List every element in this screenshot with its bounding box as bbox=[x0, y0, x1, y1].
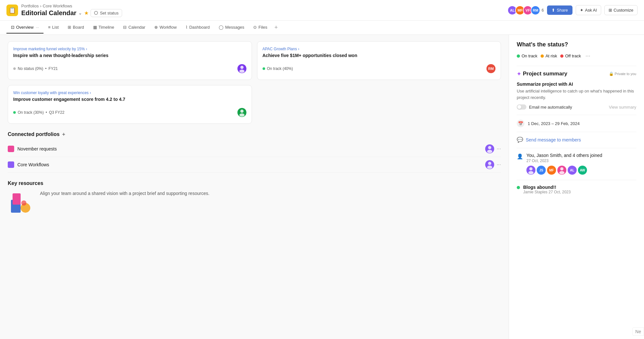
breadcrumb: Portfolios › Core Workflows bbox=[21, 4, 122, 8]
key-resources-header: Key resources bbox=[8, 180, 501, 186]
avatar[interactable]: RM bbox=[531, 5, 540, 15]
tab-messages[interactable]: ◯ Messages bbox=[214, 22, 249, 34]
calendar-tab-icon: ⊟ bbox=[123, 25, 127, 30]
key-resources-description: Align your team around a shared vision w… bbox=[40, 190, 209, 197]
add-tab-button[interactable]: + bbox=[272, 24, 281, 31]
tab-calendar[interactable]: ⊟ Calendar bbox=[119, 22, 150, 34]
add-portfolio-button[interactable]: + bbox=[62, 131, 65, 137]
goal-card-2[interactable]: APAC Growth Plans › Achieve five $1M+ op… bbox=[257, 41, 501, 80]
dashboard-icon: ⌇ bbox=[186, 25, 187, 30]
goal-card-status-1: No status (0%) • FY21 bbox=[13, 66, 58, 71]
portfolio-more-1[interactable]: ··· bbox=[497, 146, 501, 152]
timeline-icon: ▦ bbox=[93, 25, 97, 30]
set-status-label: Set status bbox=[100, 11, 119, 15]
send-message-button[interactable]: Send message to members bbox=[526, 137, 581, 142]
scroll-next-indicator: Ne bbox=[632, 327, 644, 336]
tab-list[interactable]: ≡ List bbox=[43, 22, 63, 34]
tab-timeline[interactable]: ▦ Timeline bbox=[89, 22, 119, 34]
status-off-track[interactable]: Off track bbox=[560, 53, 581, 58]
tab-overview[interactable]: ⊡ Overview ··· bbox=[6, 22, 43, 34]
ai-icon: ✦ bbox=[580, 8, 583, 13]
breadcrumb-sep: › bbox=[40, 4, 41, 8]
at-risk-label: At risk bbox=[545, 53, 557, 58]
goal-parent-link-3[interactable]: Win customer loyalty with great experien… bbox=[13, 91, 91, 95]
summarize-title: Summarize project with AI bbox=[517, 82, 636, 87]
tab-dashboard-label: Dashboard bbox=[189, 25, 210, 30]
member-avatar-3[interactable]: MF bbox=[547, 166, 556, 175]
goal-card-3[interactable]: Win customer loyalty with great experien… bbox=[8, 85, 252, 124]
member-avatar-4[interactable] bbox=[557, 166, 566, 175]
tab-files-label: Files bbox=[258, 25, 267, 30]
members-date: 27 Oct, 2023 bbox=[526, 159, 602, 163]
tab-workflow[interactable]: ⊗ Workflow bbox=[150, 22, 181, 34]
breadcrumb-current[interactable]: Core Workflows bbox=[43, 4, 72, 8]
goal-card-title-1: Inspire with a new thought-leadership se… bbox=[13, 53, 246, 59]
tab-list-label: List bbox=[52, 25, 59, 30]
share-label: Share bbox=[557, 8, 568, 13]
key-resources-content: Align your team around a shared vision w… bbox=[8, 190, 501, 216]
portfolio-item-1: November requests ··· bbox=[8, 141, 501, 157]
view-summary-button[interactable]: View summary bbox=[609, 105, 636, 110]
member-avatar-2[interactable]: JS bbox=[537, 166, 546, 175]
tab-overview-dots[interactable]: ··· bbox=[36, 25, 39, 30]
breadcrumb-parent[interactable]: Portfolios bbox=[21, 4, 39, 8]
member-avatar-6[interactable]: AW bbox=[578, 166, 587, 175]
connected-portfolios-title: Connected portfolios bbox=[8, 131, 60, 137]
portfolio-name-1[interactable]: November requests bbox=[17, 146, 57, 151]
ai-sparkle-icon: ✦ bbox=[517, 71, 521, 77]
ask-ai-button[interactable]: ✦ Ask AI bbox=[576, 5, 601, 15]
tab-dashboard[interactable]: ⌇ Dashboard bbox=[181, 22, 214, 34]
member-avatar-1[interactable] bbox=[526, 166, 535, 175]
portfolio-avatar-1[interactable] bbox=[485, 144, 494, 153]
goal-parent-link-2[interactable]: APAC Growth Plans › bbox=[263, 47, 299, 51]
avatar-count: 6 bbox=[542, 8, 544, 13]
status-on-track[interactable]: On track bbox=[517, 53, 537, 58]
svg-point-15 bbox=[559, 171, 564, 174]
member-avatar-5[interactable]: AL bbox=[568, 166, 577, 175]
board-icon: ⊞ bbox=[68, 25, 71, 30]
customize-button[interactable]: ⊞ Customize bbox=[604, 5, 638, 15]
project-summary-section: ✦ Project summary 🔒 Private to you Summa… bbox=[517, 71, 636, 194]
portfolio-name-2[interactable]: Core Workflows bbox=[17, 162, 49, 167]
ask-ai-label: Ask AI bbox=[585, 8, 597, 13]
portfolio-avatar-2[interactable] bbox=[485, 160, 494, 169]
status-dot-2 bbox=[263, 67, 265, 70]
private-badge: 🔒 Private to you bbox=[609, 72, 636, 76]
customize-icon: ⊞ bbox=[609, 8, 612, 13]
goal-card-title-2: Achieve five $1M+ opportunities closed w… bbox=[263, 53, 496, 59]
status-at-risk[interactable]: At risk bbox=[541, 53, 557, 58]
activity-content: Blogs abound!! Jamie Staples 27 Oct, 202… bbox=[523, 185, 571, 194]
goal-card-footer-1: No status (0%) • FY21 bbox=[13, 64, 246, 73]
goal-status-label-1: No status (0%) bbox=[18, 66, 43, 71]
svg-point-3 bbox=[239, 113, 245, 117]
portfolio-item-2: Core Workflows ··· bbox=[8, 157, 501, 173]
email-toggle-track[interactable] bbox=[517, 104, 526, 110]
tab-board[interactable]: ⊞ Board bbox=[63, 22, 89, 34]
svg-point-14 bbox=[560, 167, 563, 170]
divider-1 bbox=[517, 66, 636, 66]
portfolio-more-2[interactable]: ··· bbox=[497, 162, 501, 168]
divider-3 bbox=[517, 132, 636, 132]
tab-calendar-label: Calendar bbox=[128, 25, 145, 30]
goal-period-1: FY21 bbox=[49, 66, 58, 71]
goal-card-footer-2: On track (40%) RM bbox=[263, 64, 496, 73]
share-button[interactable]: ⬆ Share bbox=[547, 5, 572, 15]
main-layout: Improve marketing funnel velocity by 15%… bbox=[0, 35, 644, 339]
connected-portfolios-header: Connected portfolios + bbox=[8, 131, 501, 137]
goal-parent-link-1[interactable]: Improve marketing funnel velocity by 15%… bbox=[13, 47, 87, 51]
goal-card-1[interactable]: Improve marketing funnel velocity by 15%… bbox=[8, 41, 252, 80]
chevron-down-icon[interactable]: ⌄ bbox=[78, 10, 82, 15]
star-icon[interactable]: ★ bbox=[84, 10, 89, 16]
goal-card-avatar-3[interactable] bbox=[237, 108, 246, 117]
activity-meta: Jamie Staples 27 Oct, 2023 bbox=[523, 190, 571, 194]
goal-card-avatar-1[interactable] bbox=[237, 64, 246, 73]
tab-files[interactable]: ⊙ Files bbox=[249, 22, 272, 34]
set-status-button[interactable]: Set status bbox=[91, 9, 122, 17]
goal-card-avatar-2[interactable]: RM bbox=[486, 64, 495, 73]
at-risk-dot bbox=[541, 54, 544, 58]
calendar-icon: 📅 bbox=[517, 120, 524, 127]
key-resources-title: Key resources bbox=[8, 180, 43, 186]
status-options: On track At risk Off track ··· bbox=[517, 53, 636, 59]
tab-timeline-label: Timeline bbox=[99, 25, 114, 30]
status-more-button[interactable]: ··· bbox=[585, 53, 590, 59]
